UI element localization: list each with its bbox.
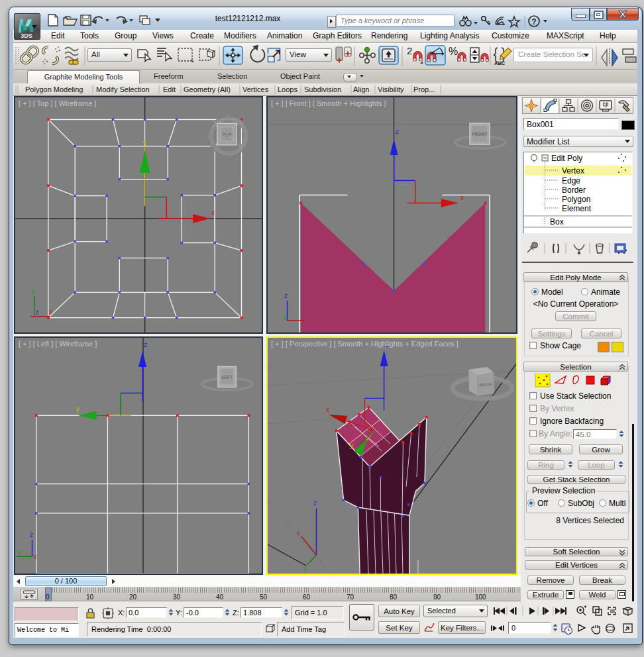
svg-text:Box: Box: [550, 217, 564, 227]
svg-text:z: z: [313, 499, 317, 507]
svg-text:y: y: [350, 442, 353, 449]
svg-text:[ + ] [ Front ] [ Smooth + Hig: [ + ] [ Front ] [ Smooth + Highlights ]: [271, 99, 386, 107]
svg-text:N: N: [226, 113, 231, 121]
svg-text:y: y: [32, 288, 35, 295]
svg-text:Polygon: Polygon: [562, 195, 590, 204]
svg-text:Edit Poly: Edit Poly: [551, 154, 582, 163]
svg-text:x: x: [49, 308, 52, 315]
svg-text:z: z: [30, 531, 33, 538]
svg-text:Vertex: Vertex: [562, 166, 584, 176]
svg-text:y: y: [76, 405, 80, 413]
svg-text:ABC: ABC: [494, 60, 506, 66]
svg-text:BACK: BACK: [479, 382, 492, 387]
svg-text:Border: Border: [562, 185, 586, 195]
svg-text:E: E: [244, 132, 249, 140]
svg-text:x: x: [460, 194, 464, 201]
svg-text:S: S: [226, 151, 231, 159]
svg-text:[ + ] [ Perspective ] [ Smooth: [ + ] [ Perspective ] [ Smooth + Highlig…: [271, 340, 458, 348]
svg-text:LEFT: LEFT: [221, 375, 232, 379]
svg-text:TOP: TOP: [223, 132, 232, 137]
svg-text:x: x: [211, 209, 215, 217]
svg-text:z: z: [36, 309, 39, 316]
svg-text:x: x: [297, 529, 300, 536]
svg-text:3DS: 3DS: [21, 32, 32, 39]
svg-text:z: z: [284, 292, 288, 299]
svg-text:[ + ] [ Top ] [ Wireframe ]: [ + ] [ Top ] [ Wireframe ]: [19, 99, 96, 107]
svg-text:y: y: [303, 565, 307, 572]
svg-text:Element: Element: [562, 204, 592, 213]
svg-text:y: y: [284, 313, 287, 320]
svg-text:x: x: [34, 553, 37, 560]
svg-text:z: z: [396, 128, 399, 135]
svg-text:2: 2: [407, 45, 412, 56]
svg-text:Edge: Edge: [562, 176, 580, 185]
svg-text:[ + ] [ Left ] [ Wireframe ]: [ + ] [ Left ] [ Wireframe ]: [19, 340, 97, 348]
svg-text:z: z: [144, 341, 147, 348]
svg-text:%: %: [449, 46, 458, 57]
svg-text:x: x: [326, 406, 329, 413]
svg-text:FRONT: FRONT: [472, 132, 488, 136]
svg-text:?: ?: [531, 17, 536, 26]
svg-text:W: W: [207, 132, 214, 140]
svg-text:y: y: [18, 548, 21, 556]
